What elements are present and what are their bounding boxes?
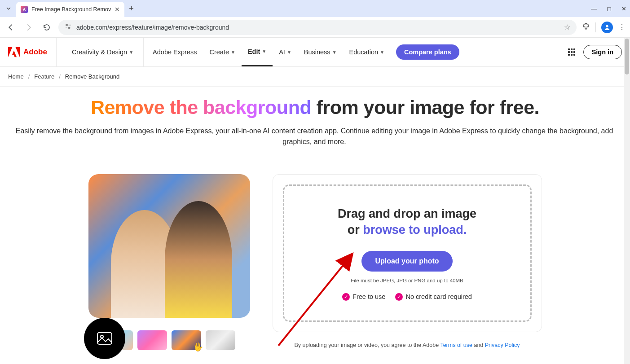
arrow-right-icon xyxy=(25,23,33,31)
arrow-left-icon xyxy=(7,23,15,31)
crumb-feature[interactable]: Feature xyxy=(34,73,54,80)
image-icon xyxy=(97,332,113,345)
svg-rect-1 xyxy=(68,27,70,29)
browser-tab[interactable]: A Free Image Background Remov ✕ xyxy=(16,2,124,17)
benefit-badges: ✓Free to use ✓No credit card required xyxy=(298,293,517,301)
nav-creativity-design[interactable]: Creativity & Design▼ xyxy=(66,38,144,66)
chevron-down-icon: ▼ xyxy=(262,49,266,54)
chevron-down-icon: ▼ xyxy=(380,50,384,55)
browser-menu-icon[interactable]: ⋮ xyxy=(618,23,626,31)
nav-business[interactable]: Business▼ xyxy=(298,38,343,66)
person-icon xyxy=(604,24,611,31)
scrollbar-thumb[interactable] xyxy=(625,39,629,75)
browse-link[interactable]: browse to upload. xyxy=(363,223,467,237)
tab-title: Free Image Background Remov xyxy=(31,6,111,13)
thumbnail-option[interactable] xyxy=(206,330,235,350)
app-launcher-icon[interactable] xyxy=(568,48,575,56)
address-bar[interactable]: adobe.com/express/feature/image/remove-b… xyxy=(58,20,577,35)
page-title: Remove the background from your image fo… xyxy=(13,96,617,118)
upload-photo-button[interactable]: Upload your photo xyxy=(361,251,452,272)
image-badge xyxy=(84,318,125,359)
reload-icon xyxy=(43,23,51,31)
svg-point-4 xyxy=(606,25,608,27)
legal-text: By uploading your image or video, you ag… xyxy=(273,342,542,348)
crumb-separator: / xyxy=(28,73,30,80)
tab-search-dropdown[interactable] xyxy=(4,4,13,13)
forward-button[interactable] xyxy=(22,21,35,34)
nav-ai[interactable]: AI▼ xyxy=(273,38,298,66)
thumbnail-option[interactable]: 🖐️ xyxy=(172,330,201,350)
thumbnail-option[interactable] xyxy=(137,330,167,350)
crumb-separator: / xyxy=(59,73,61,80)
breadcrumb: Home / Feature / Remove Background xyxy=(0,67,630,87)
hero-section: Remove the background from your image fo… xyxy=(0,87,630,152)
browser-toolbar: adobe.com/express/feature/image/remove-b… xyxy=(0,17,630,38)
page-content: Adobe Creativity & Design▼ Adobe Express… xyxy=(0,38,630,364)
minimize-icon[interactable]: — xyxy=(591,5,597,12)
url-text: adobe.com/express/feature/image/remove-b… xyxy=(76,24,560,31)
dropzone-title: Drag and drop an image or browse to uplo… xyxy=(298,206,517,238)
reload-button[interactable] xyxy=(40,21,53,34)
site-topnav: Adobe Creativity & Design▼ Adobe Express… xyxy=(0,38,630,67)
page-scrollbar[interactable] xyxy=(624,38,630,364)
check-icon: ✓ xyxy=(395,293,403,301)
adobe-name: Adobe xyxy=(23,48,47,57)
svg-rect-0 xyxy=(66,24,68,26)
chevron-down-icon xyxy=(5,5,12,12)
nav-education[interactable]: Education▼ xyxy=(343,38,391,66)
chevron-down-icon: ▼ xyxy=(332,50,337,55)
preview-image xyxy=(88,174,250,318)
extensions-icon[interactable] xyxy=(582,22,590,32)
chevron-down-icon: ▼ xyxy=(129,50,133,55)
nav-edit[interactable]: Edit▼ xyxy=(242,38,273,66)
nav-create[interactable]: Create▼ xyxy=(203,38,241,66)
main-section: 🖐️ Drag and drop an image or browse to u… xyxy=(0,152,630,359)
file-requirements: File must be JPEG, JPG or PNG and up to … xyxy=(298,278,517,283)
cursor-icon: 🖐️ xyxy=(193,342,203,352)
compare-plans-button[interactable]: Compare plans xyxy=(396,44,459,60)
bookmark-icon[interactable]: ☆ xyxy=(564,23,570,31)
adobe-logo[interactable]: Adobe xyxy=(8,38,57,66)
badge-free: ✓Free to use xyxy=(342,293,385,301)
illustration-person xyxy=(165,201,232,318)
crumb-home[interactable]: Home xyxy=(8,73,24,80)
check-icon: ✓ xyxy=(342,293,350,301)
close-tab-icon[interactable]: ✕ xyxy=(115,6,120,13)
sign-in-button[interactable]: Sign in xyxy=(583,45,622,59)
terms-link[interactable]: Terms of use xyxy=(440,342,472,348)
window-controls: — ◻ ✕ xyxy=(591,5,626,12)
upload-column: Drag and drop an image or browse to uplo… xyxy=(273,174,542,348)
crumb-current: Remove Background xyxy=(65,73,119,80)
browser-tab-strip: A Free Image Background Remov ✕ + — ◻ ✕ xyxy=(0,0,630,17)
svg-rect-5 xyxy=(97,333,112,344)
nav-adobe-express[interactable]: Adobe Express xyxy=(146,38,203,66)
maximize-icon[interactable]: ◻ xyxy=(607,5,612,12)
close-window-icon[interactable]: ✕ xyxy=(621,5,626,12)
favicon-icon: A xyxy=(21,6,28,13)
preview-column: 🖐️ xyxy=(88,174,250,350)
badge-no-card: ✓No credit card required xyxy=(395,293,472,301)
hero-subtitle: Easily remove the background from images… xyxy=(13,126,615,147)
site-settings-icon[interactable] xyxy=(65,23,72,31)
upload-card: Drag and drop an image or browse to uplo… xyxy=(273,174,542,332)
chevron-down-icon: ▼ xyxy=(287,50,291,55)
new-tab-button[interactable]: + xyxy=(129,4,134,13)
profile-button[interactable] xyxy=(601,22,613,33)
chevron-down-icon: ▼ xyxy=(231,50,235,55)
privacy-link[interactable]: Privacy Policy xyxy=(485,342,520,348)
separator xyxy=(595,22,596,32)
back-button[interactable] xyxy=(4,21,17,34)
dropzone[interactable]: Drag and drop an image or browse to uplo… xyxy=(283,184,532,322)
adobe-mark-icon xyxy=(8,47,20,57)
